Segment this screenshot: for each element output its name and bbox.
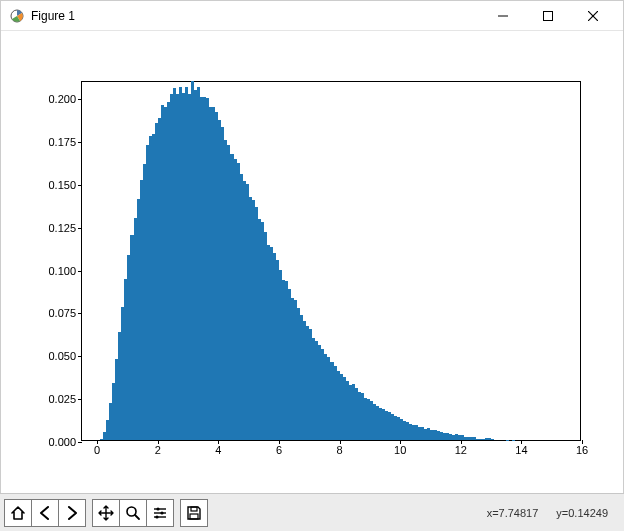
x-tick-label: 0 xyxy=(94,444,100,456)
histogram-bars xyxy=(82,82,580,440)
x-tick-label: 2 xyxy=(155,444,161,456)
x-tick-label: 6 xyxy=(276,444,282,456)
plot-canvas[interactable]: 0.0000.0250.0500.0750.1000.1250.1500.175… xyxy=(1,31,624,493)
y-tick-label: 0.075 xyxy=(48,307,76,319)
x-tick-label: 4 xyxy=(215,444,221,456)
y-tick-label: 0.100 xyxy=(48,265,76,277)
titlebar: Figure 1 xyxy=(1,1,623,31)
subplots-button[interactable] xyxy=(146,499,174,527)
save-button[interactable] xyxy=(180,499,208,527)
arrow-right-icon xyxy=(64,505,80,521)
forward-button[interactable] xyxy=(58,499,86,527)
svg-rect-2 xyxy=(543,11,552,20)
x-tick-label: 16 xyxy=(576,444,588,456)
svg-point-10 xyxy=(160,511,163,514)
x-tick-label: 12 xyxy=(455,444,467,456)
cursor-y: y=0.14249 xyxy=(556,507,608,519)
y-tick-label: 0.000 xyxy=(48,436,76,448)
window-controls xyxy=(480,1,615,30)
cursor-x: x=7.74817 xyxy=(487,507,539,519)
maximize-button[interactable] xyxy=(525,1,570,30)
y-tick-label: 0.125 xyxy=(48,222,76,234)
home-icon xyxy=(10,505,26,521)
mpl-icon xyxy=(9,8,25,24)
x-tick-label: 8 xyxy=(337,444,343,456)
y-tick-label: 0.025 xyxy=(48,393,76,405)
pan-button[interactable] xyxy=(92,499,120,527)
y-tick-label: 0.150 xyxy=(48,179,76,191)
svg-point-8 xyxy=(156,507,159,510)
svg-rect-14 xyxy=(190,514,198,519)
home-button[interactable] xyxy=(4,499,32,527)
arrow-left-icon xyxy=(37,505,53,521)
window-title: Figure 1 xyxy=(31,9,75,23)
magnifier-icon xyxy=(125,505,141,521)
save-icon xyxy=(186,505,202,521)
sliders-icon xyxy=(152,505,168,521)
x-tick-label: 10 xyxy=(394,444,406,456)
cursor-coords: x=7.74817 y=0.14249 xyxy=(487,507,608,519)
y-tick-label: 0.200 xyxy=(48,93,76,105)
move-icon xyxy=(98,505,114,521)
back-button[interactable] xyxy=(31,499,59,527)
zoom-button[interactable] xyxy=(119,499,147,527)
x-tick-label: 14 xyxy=(515,444,527,456)
nav-toolbar: x=7.74817 y=0.14249 xyxy=(0,493,624,531)
histogram-bar xyxy=(491,439,494,440)
svg-point-12 xyxy=(155,515,158,518)
axes-frame: 0.0000.0250.0500.0750.1000.1250.1500.175… xyxy=(81,81,581,441)
y-tick-label: 0.050 xyxy=(48,350,76,362)
svg-line-6 xyxy=(135,515,139,519)
close-button[interactable] xyxy=(570,1,615,30)
y-tick-label: 0.175 xyxy=(48,136,76,148)
minimize-button[interactable] xyxy=(480,1,525,30)
